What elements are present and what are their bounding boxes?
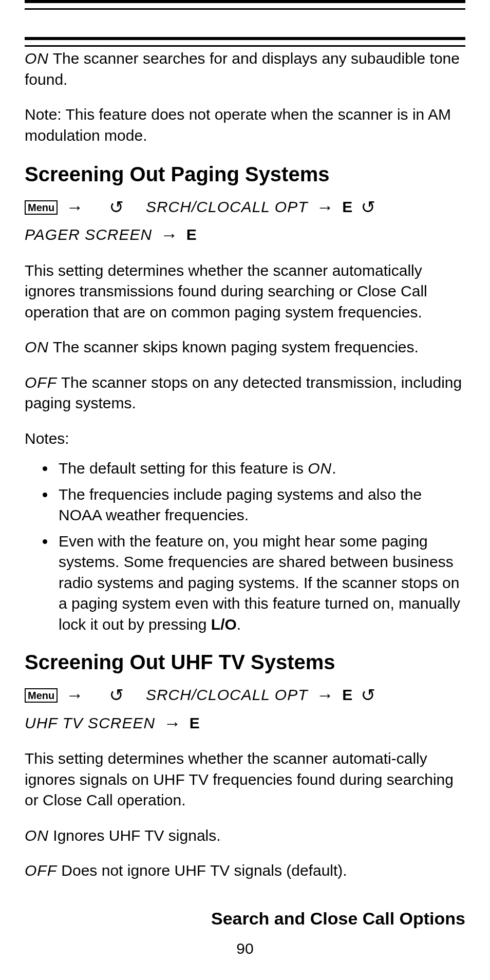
list-item: The default setting for this feature is … (55, 458, 465, 479)
on-label: ON (25, 50, 49, 67)
intro-on-para: ON The scanner searches for and displays… (25, 48, 465, 90)
bullet-text: . (332, 460, 336, 477)
nav-opt: SRCH/CLOCALL OPT (146, 686, 308, 703)
arrow-icon: → (66, 193, 84, 221)
arrow-icon: → (164, 709, 181, 737)
uhf-desc: This setting determines whether the scan… (25, 748, 465, 811)
nav-line2: PAGER SCREEN (25, 226, 152, 243)
section-uhf-title: Screening Out UHF TV Systems (25, 648, 465, 676)
off-label: OFF (25, 374, 57, 391)
rotate-icon: ↻ (361, 681, 375, 709)
section-paging-title: Screening Out Paging Systems (25, 160, 465, 188)
bullet-text: The default setting for this feature is (59, 460, 308, 477)
nav-uhf: Menu → ↻ SRCH/CLOCALL OPT → E ↻ UHF TV S… (25, 681, 465, 737)
bullet-text: Even with the feature on, you might hear… (59, 533, 460, 633)
nav-line2: UHF TV SCREEN (25, 714, 155, 731)
paging-desc: This setting determines whether the scan… (25, 260, 465, 323)
note-para: Note: This feature does not operate when… (25, 104, 465, 146)
e-key: E (342, 686, 352, 703)
menu-button-icon: Menu (25, 200, 58, 215)
rotate-icon: ↻ (361, 193, 375, 221)
uhf-on: ON Ignores UHF TV signals. (25, 825, 465, 846)
paging-off-text: The scanner stops on any detected transm… (25, 374, 462, 412)
on-label: ON (25, 338, 49, 355)
e-key: E (190, 714, 200, 731)
paging-off: OFF The scanner stops on any detected tr… (25, 372, 465, 414)
body-content: ON The scanner searches for and displays… (25, 48, 465, 881)
on-label: ON (308, 460, 332, 477)
chapter-title: Search and Close Call Options (211, 909, 465, 929)
arrow-icon: → (316, 193, 334, 221)
e-key: E (342, 198, 352, 215)
arrow-icon: → (161, 221, 178, 249)
header-double-rule (25, 37, 465, 48)
bullet-text: . (237, 616, 241, 633)
arrow-icon: → (66, 681, 84, 709)
menu-button-icon: Menu (25, 688, 58, 703)
page: ON The scanner searches for and displays… (0, 0, 490, 980)
lo-key: L/O (211, 616, 237, 633)
uhf-off: OFF Does not ignore UHF TV signals (defa… (25, 860, 465, 881)
list-item: The frequencies include paging systems a… (55, 484, 465, 526)
top-double-rule (25, 0, 465, 11)
rotate-icon: ↻ (109, 193, 124, 221)
notes-list: The default setting for this feature is … (25, 458, 465, 635)
nav-opt: SRCH/CLOCALL OPT (146, 198, 308, 215)
paging-on-text: The scanner skips known paging system fr… (49, 338, 419, 355)
list-item: Even with the feature on, you might hear… (55, 531, 465, 635)
uhf-off-text: Does not ignore UHF TV signals (default)… (57, 862, 347, 879)
paging-on: ON The scanner skips known paging system… (25, 337, 465, 358)
intro-on-text: The scanner searches for and displays an… (25, 50, 460, 88)
nav-paging: Menu → ↻ SRCH/CLOCALL OPT → E ↻ PAGER SC… (25, 193, 465, 249)
uhf-on-text: Ignores UHF TV signals. (49, 827, 221, 844)
off-label: OFF (25, 862, 57, 879)
arrow-icon: → (316, 681, 334, 709)
notes-label: Notes: (25, 428, 465, 449)
on-label: ON (25, 827, 49, 844)
rotate-icon: ↻ (109, 681, 124, 709)
page-number: 90 (0, 940, 490, 957)
e-key: E (186, 226, 197, 243)
